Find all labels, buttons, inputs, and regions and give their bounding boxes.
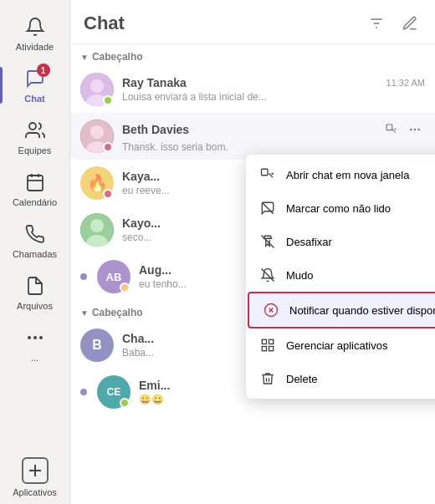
sidebar-item-atividade[interactable]: Atividade — [0, 7, 69, 59]
ctx-mute[interactable]: Mudo — [246, 258, 435, 292]
svg-rect-34 — [269, 339, 274, 344]
svg-rect-33 — [262, 339, 266, 344]
svg-rect-35 — [269, 347, 274, 351]
sidebar-label-chat: Chat — [24, 94, 44, 104]
ctx-label-mute: Mudo — [286, 269, 314, 282]
ctx-delete[interactable]: Delete — [246, 362, 435, 395]
notify-icon — [263, 302, 279, 318]
sidebar-item-arquivos[interactable]: Arquivos — [0, 266, 69, 318]
context-menu: Abrir chat em nova janela Marcar como nã… — [246, 155, 435, 399]
dots-icon — [23, 326, 47, 349]
ctx-label-notify: Notificar quando estiver disponível — [289, 304, 435, 317]
sidebar-label-equipes: Equipes — [18, 145, 52, 155]
main-content: Chat ▼ Cabeçalho — [70, 0, 435, 504]
sidebar-item-chamadas[interactable]: Chamadas — [0, 214, 69, 266]
ctx-label-manage-apps: Gerenciar aplicativos — [286, 339, 387, 352]
ctx-manage-apps[interactable]: Gerenciar aplicativos — [246, 328, 435, 362]
apps-icon — [259, 337, 276, 354]
svg-line-28 — [262, 236, 274, 248]
sidebar-item-aplicativos[interactable]: Aplicativos — [0, 449, 69, 504]
sidebar-item-calendario[interactable]: Calendário — [0, 162, 69, 214]
ctx-mark-unread[interactable]: Marcar como não lido — [246, 191, 435, 225]
teams-icon — [23, 119, 47, 142]
ctx-unpin[interactable]: Desafixar — [246, 225, 435, 258]
bell-icon — [23, 15, 47, 38]
calendar-icon — [23, 171, 47, 194]
unpin-icon — [259, 233, 276, 250]
delete-icon — [259, 370, 276, 387]
chat-badge: 1 — [37, 64, 50, 77]
sidebar-label-arquivos: Arquivos — [17, 301, 53, 311]
sidebar-label-aplicativos: Aplicativos — [13, 487, 57, 497]
svg-point-6 — [33, 336, 37, 339]
sidebar-label-atividade: Atividade — [16, 42, 54, 52]
svg-rect-36 — [262, 347, 266, 351]
file-icon — [23, 274, 47, 298]
svg-point-7 — [39, 336, 43, 339]
ctx-label-open-new-window: Abrir chat em nova janela — [286, 169, 409, 181]
mark-unread-icon — [259, 200, 276, 216]
sidebar-item-equipes[interactable]: Equipes — [0, 110, 69, 162]
open-window-icon — [259, 166, 276, 183]
ctx-label-unpin: Desafixar — [286, 236, 332, 248]
sidebar: Atividade 1 Chat Equipes — [0, 0, 70, 504]
sidebar-label-chamadas: Chamadas — [13, 249, 57, 259]
sidebar-label-calendario: Calendário — [13, 197, 57, 207]
mute-icon — [259, 267, 276, 283]
svg-point-0 — [29, 123, 36, 130]
ctx-label-mark-unread: Marcar como não lido — [286, 202, 391, 215]
plus-icon — [22, 457, 49, 484]
ctx-label-delete: Delete — [286, 373, 318, 385]
svg-rect-1 — [28, 176, 43, 191]
ctx-notify-available[interactable]: Notificar quando estiver disponível — [248, 292, 435, 328]
svg-rect-26 — [262, 169, 269, 176]
phone-icon — [23, 222, 47, 246]
sidebar-item-more[interactable]: ... — [0, 318, 69, 369]
chat-icon: 1 — [23, 67, 47, 90]
sidebar-item-chat[interactable]: 1 Chat — [0, 59, 69, 110]
sidebar-label-more: ... — [31, 353, 38, 363]
svg-point-5 — [28, 336, 31, 339]
ctx-open-new-window[interactable]: Abrir chat em nova janela — [246, 158, 435, 191]
